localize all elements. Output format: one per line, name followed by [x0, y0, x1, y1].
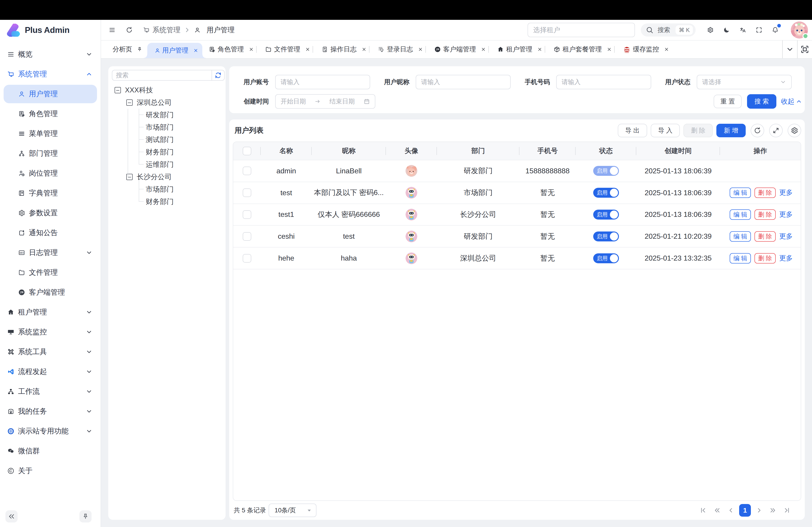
- svg-text:DEV: DEV: [20, 252, 24, 254]
- svg-text:redis: redis: [625, 51, 629, 53]
